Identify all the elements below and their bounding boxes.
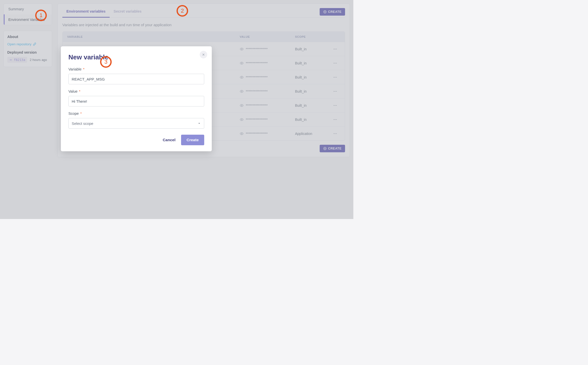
scope-placeholder: Select scope <box>72 121 93 126</box>
value-label: Value* <box>68 89 204 93</box>
scope-label: Scope* <box>68 112 204 116</box>
new-variable-modal: New variable Variable* Value* Scope* Sel… <box>61 46 212 151</box>
modal-create-button[interactable]: Create <box>181 135 204 145</box>
value-input[interactable] <box>68 96 204 106</box>
close-icon <box>202 53 205 56</box>
cancel-button[interactable]: Cancel <box>163 138 176 142</box>
form-group-scope: Scope* Select scope <box>68 112 204 129</box>
scope-select[interactable]: Select scope <box>68 118 204 129</box>
form-group-variable: Variable* <box>68 67 204 84</box>
form-group-value: Value* <box>68 89 204 106</box>
modal-actions: Cancel Create <box>68 135 204 145</box>
variable-label: Variable* <box>68 67 204 71</box>
variable-input[interactable] <box>68 74 204 84</box>
modal-close-button[interactable] <box>200 51 207 58</box>
modal-title: New variable <box>68 53 204 61</box>
chevron-down-icon <box>197 122 201 125</box>
